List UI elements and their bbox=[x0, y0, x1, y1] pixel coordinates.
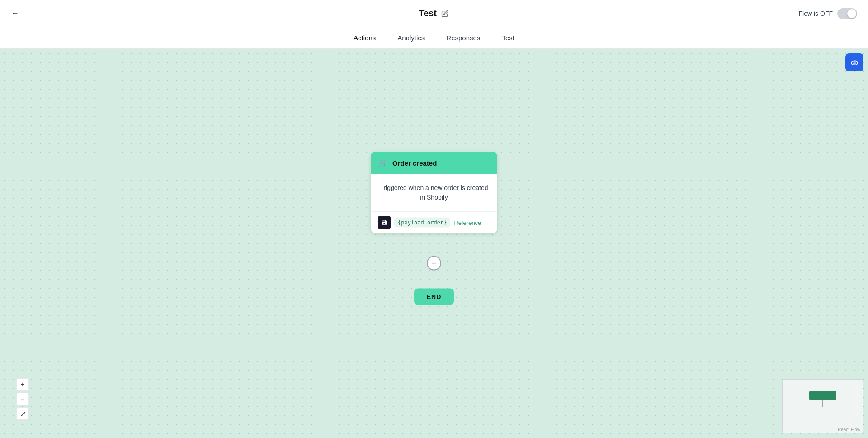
fit-view-button[interactable]: ⤢ bbox=[16, 407, 29, 420]
zoom-out-button[interactable]: − bbox=[16, 393, 29, 405]
node-header-left: 🛒 Order created bbox=[378, 158, 437, 168]
flow-toggle-switch[interactable] bbox=[837, 8, 857, 19]
minimap-label: React Flow bbox=[838, 427, 860, 432]
header: ← Test Flow is OFF bbox=[0, 0, 868, 27]
connector-line-1 bbox=[434, 233, 434, 256]
node-menu-button[interactable]: ⋮ bbox=[482, 158, 490, 168]
connector-line-2 bbox=[434, 271, 434, 289]
page-title: Test bbox=[419, 8, 437, 19]
flow-container: 🛒 Order created ⋮ Triggered when a new o… bbox=[371, 152, 497, 305]
end-node: END bbox=[414, 289, 454, 305]
tab-actions[interactable]: Actions bbox=[343, 27, 387, 48]
tab-analytics[interactable]: Analytics bbox=[387, 27, 435, 48]
order-created-node: 🛒 Order created ⋮ Triggered when a new o… bbox=[371, 152, 497, 233]
minimap-line bbox=[822, 400, 823, 407]
flow-status-label: Flow is OFF bbox=[799, 10, 833, 17]
back-button[interactable]: ← bbox=[11, 9, 19, 18]
flow-canvas: cb 🛒 Order created ⋮ Triggered when a ne… bbox=[0, 49, 868, 438]
minimap-node bbox=[809, 391, 836, 400]
add-step-button[interactable]: + bbox=[427, 256, 441, 271]
save-icon bbox=[378, 216, 391, 229]
toggle-knob bbox=[847, 9, 856, 18]
zoom-in-button[interactable]: + bbox=[16, 378, 29, 391]
tabs-bar: Actions Analytics Responses Test bbox=[0, 27, 868, 49]
minimap: React Flow bbox=[782, 379, 863, 433]
header-center: Test bbox=[419, 8, 449, 19]
cart-icon: 🛒 bbox=[378, 158, 388, 168]
node-header: 🛒 Order created ⋮ bbox=[371, 152, 497, 174]
logo-badge: cb bbox=[845, 53, 863, 71]
zoom-controls: + − ⤢ bbox=[16, 378, 29, 420]
node-title: Order created bbox=[392, 159, 437, 167]
node-description: Triggered when a new order is created in… bbox=[371, 174, 497, 212]
tab-responses[interactable]: Responses bbox=[435, 27, 491, 48]
node-footer: {payload.order} Reference bbox=[371, 212, 497, 233]
tab-test[interactable]: Test bbox=[491, 27, 525, 48]
reference-link[interactable]: Reference bbox=[454, 219, 481, 226]
flow-toggle-container: Flow is OFF bbox=[799, 8, 857, 19]
edit-icon[interactable] bbox=[440, 9, 449, 18]
payload-tag: {payload.order} bbox=[394, 218, 450, 228]
